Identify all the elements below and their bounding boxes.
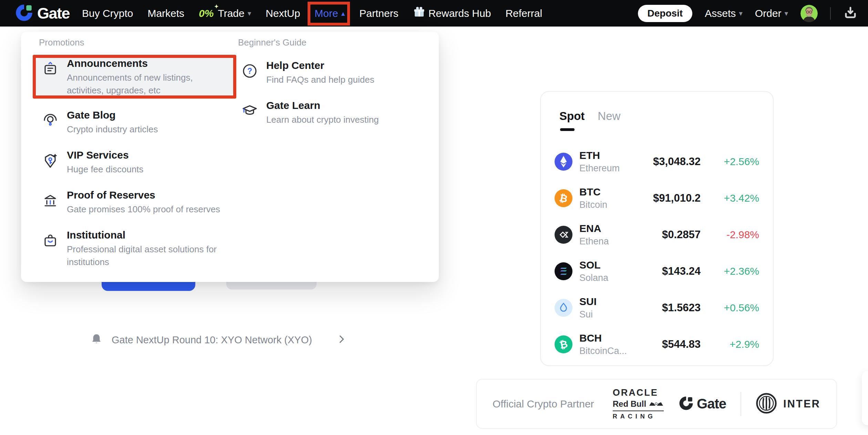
order-menu[interactable]: Order ▾	[755, 8, 788, 19]
zero-fee-icon: 0%✦	[199, 8, 214, 19]
promotions-heading: Promotions	[39, 37, 84, 48]
assets-menu[interactable]: Assets ▾	[705, 8, 743, 19]
briefcase-icon	[42, 232, 59, 249]
bch-icon: ₿	[555, 335, 572, 353]
coin-row-sol[interactable]: SOL Solana $143.24 +2.36%	[555, 253, 759, 290]
user-avatar[interactable]	[800, 5, 818, 22]
red-bull-bulls-icon	[649, 399, 664, 409]
coin-row-eth[interactable]: ETH Ethereum $3,048.32 +2.56%	[555, 143, 759, 180]
gate-logo[interactable]: Gate	[14, 3, 70, 24]
graduation-cap-icon	[241, 103, 258, 119]
coin-price: $0.2857	[662, 229, 701, 241]
sol-icon	[555, 262, 572, 280]
blog-icon	[42, 112, 59, 129]
oracle-red-bull-racing-logo: ORACLE Red Bull RACING	[613, 387, 664, 420]
gift-icon	[413, 6, 425, 21]
notice-text: Gate NextUp Round 10: XYO Network (XYO)	[112, 334, 312, 346]
chevron-right-icon[interactable]	[337, 334, 347, 346]
svg-text:?: ?	[247, 67, 252, 75]
sui-icon	[555, 299, 572, 317]
coin-change: +3.42%	[707, 192, 759, 204]
ticker-tabs: Spot New	[559, 110, 620, 123]
more-dropdown-menu: Promotions Beginner's Guide Announcement…	[21, 32, 439, 282]
nav-nextup[interactable]: NextUp	[266, 8, 300, 19]
nav-partners[interactable]: Partners	[359, 8, 398, 19]
gate-logo-icon	[14, 3, 34, 24]
coin-list: ETH Ethereum $3,048.32 +2.56% ₿ BTC Bitc…	[555, 143, 759, 363]
eth-icon	[555, 153, 572, 171]
nav-rewards-hub[interactable]: Rewards Hub	[413, 6, 491, 21]
question-icon: ?	[241, 63, 258, 79]
coin-row-bch[interactable]: ₿ BCH BitcoinCa... $544.83 +2.9%	[555, 326, 759, 363]
coin-row-ena[interactable]: ENA Ethena $0.2857 -2.98%	[555, 216, 759, 253]
chevron-down-icon: ▾	[739, 10, 743, 17]
coin-row-sui[interactable]: SUI Sui $1.5623 +0.56%	[555, 290, 759, 326]
nav-trade[interactable]: 0%✦ Trade ▾	[199, 8, 251, 19]
menu-item-vip-services[interactable]: VIP Services Huge fee discounts	[42, 148, 235, 176]
divider	[830, 7, 831, 20]
coin-change: +2.56%	[707, 156, 759, 168]
topbar-right: Deposit Assets ▾ Order ▾	[638, 5, 858, 22]
sparkle-icon: ✦	[214, 3, 219, 10]
coin-price: $3,048.32	[653, 155, 701, 168]
bank-icon	[42, 192, 59, 209]
menu-item-institutional[interactable]: Institutional Professional digital asset…	[42, 228, 235, 269]
top-navigation-bar: Gate Buy Crypto Markets 0%✦ Trade ▾ Next…	[0, 0, 868, 27]
gate-logo-word: Gate	[37, 4, 70, 22]
nav-more[interactable]: More ▴	[314, 8, 345, 19]
download-app-icon[interactable]	[843, 6, 858, 21]
vip-key-icon	[42, 152, 59, 169]
menu-item-proof-of-reserves[interactable]: Proof of Reserves Gate promises 100% pro…	[42, 188, 235, 216]
coin-change: +2.9%	[707, 338, 759, 350]
menu-item-gate-blog[interactable]: Gate Blog Crypto industry articles	[42, 108, 235, 136]
floating-widget-edge[interactable]	[862, 371, 868, 425]
inter-badge-icon	[756, 393, 777, 415]
tab-spot[interactable]: Spot	[559, 110, 585, 123]
coin-price: $143.24	[662, 265, 701, 277]
coin-price: $544.83	[662, 338, 701, 351]
menu-item-gate-learn[interactable]: Gate Learn Learn about crypto investing	[241, 99, 421, 126]
coin-change: +0.56%	[707, 302, 759, 314]
deposit-button[interactable]: Deposit	[638, 5, 693, 22]
btc-icon: ₿	[555, 189, 572, 207]
coin-price: $1.5623	[662, 302, 701, 314]
menu-item-help-center[interactable]: ? Help Center Find FAQs and help guides	[241, 59, 421, 86]
tab-new[interactable]: New	[598, 110, 620, 123]
chevron-down-icon: ▾	[784, 10, 788, 17]
menu-item-announcements[interactable]: Announcements Announcements of new listi…	[42, 57, 235, 97]
nextup-announcement-row[interactable]: Gate NextUp Round 10: XYO Network (XYO)	[90, 333, 347, 347]
gate-partner-logo: Gate	[678, 395, 726, 413]
coin-change: +2.36%	[707, 265, 759, 277]
gate-logo-icon-dark	[678, 395, 694, 413]
market-ticker-card: Spot New ETH Ethereum $3,048.32 +2.56% ₿…	[540, 91, 774, 366]
inter-logo: INTER	[756, 393, 820, 415]
partner-label: Official Crypto Partner	[493, 398, 594, 410]
chevron-down-icon: ▾	[248, 10, 251, 17]
main-nav: Buy Crypto Markets 0%✦ Trade ▾ NextUp Mo…	[82, 6, 542, 21]
official-partner-banner: Official Crypto Partner ORACLE Red Bull …	[476, 379, 837, 429]
nav-buy-crypto[interactable]: Buy Crypto	[82, 8, 133, 19]
divider	[741, 392, 741, 416]
announcement-icon	[42, 61, 59, 77]
coin-change: -2.98%	[707, 229, 759, 241]
nav-referral[interactable]: Referral	[505, 8, 542, 19]
ena-icon	[555, 226, 572, 244]
coin-row-btc[interactable]: ₿ BTC Bitcoin $91,010.2 +3.42%	[555, 180, 759, 216]
beginners-guide-heading: Beginner's Guide	[238, 37, 307, 48]
nav-markets[interactable]: Markets	[147, 8, 184, 19]
bell-icon	[90, 333, 103, 347]
chevron-up-icon: ▴	[341, 10, 345, 17]
coin-price: $91,010.2	[653, 192, 701, 204]
